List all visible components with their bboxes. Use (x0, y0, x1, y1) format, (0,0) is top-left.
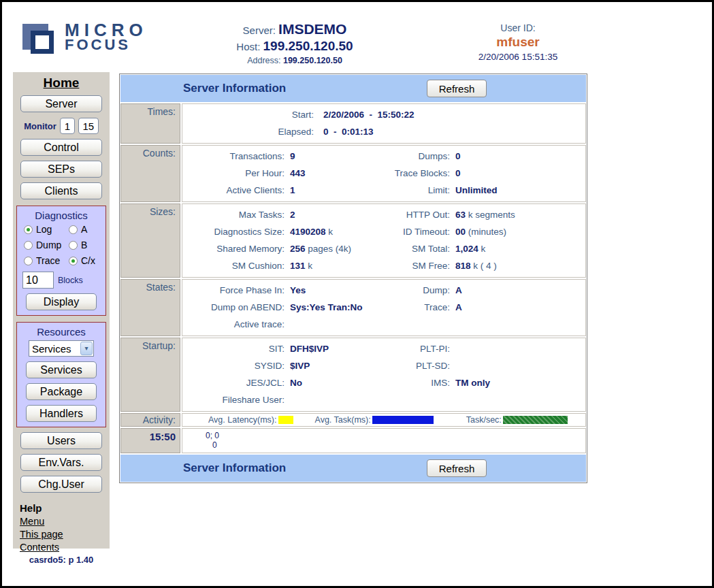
monitor-count-input[interactable] (78, 118, 99, 134)
info-row-content: Start:2/20/2006 - 15:50:22Elapsed:0 - 0:… (182, 103, 586, 144)
info-row: Sizes:Max Tasks:2HTTP Out:63 k segmentsD… (120, 203, 586, 278)
activity-row-label: Activity: (120, 413, 180, 427)
address-label: Address: (247, 56, 280, 65)
info-line: Per Hour:443Trace Blocks:0 (182, 165, 585, 182)
info-rows: Times:Start:2/20/2006 - 15:50:22Elapsed:… (120, 103, 586, 412)
micro-focus-logo-icon (22, 20, 58, 55)
info-row: States:Force Phase In:YesDump:ADump on A… (120, 279, 586, 336)
latency-legend-label: Avg. Latency(ms): (208, 415, 277, 425)
handlers-button[interactable]: Handlers (26, 405, 97, 422)
info-line: Active Clients:1Limit:Unlimited (182, 182, 585, 199)
header-timestamp: 2/20/2006 15:51:35 (443, 52, 593, 62)
info-row-label: Startup: (120, 338, 180, 412)
radio-log[interactable]: Log (24, 224, 69, 235)
blocks-input[interactable] (22, 272, 54, 289)
display-button[interactable]: Display (26, 293, 97, 310)
info-line: Force Phase In:YesDump:A (182, 282, 585, 299)
radio-a-icon[interactable] (69, 225, 78, 234)
blocks-controls: Blocks (22, 272, 103, 289)
info-line: Diagnostics Size:4190208 kID Timeout:00 … (182, 223, 585, 240)
radio-cx[interactable]: C/x (69, 255, 107, 266)
help-block: Help Menu This page Contents (20, 502, 110, 553)
radio-b[interactable]: B (69, 240, 107, 250)
version-text: casrdo5: p 1.40 (13, 555, 110, 565)
task-sec-bar (503, 416, 568, 424)
info-row-content: Transactions:9Dumps:0Per Hour:443Trace B… (182, 145, 586, 202)
server-information-header: Server Information Refresh (120, 75, 586, 102)
clients-button[interactable]: Clients (20, 182, 102, 199)
diagnostics-title: Diagnostics (20, 210, 103, 221)
info-line: Active trace: (182, 316, 585, 333)
help-link-this-page[interactable]: This page (20, 529, 110, 540)
blocks-label: Blocks (58, 276, 83, 285)
envvars-button[interactable]: Env.Vars. (20, 454, 102, 471)
history-time-label: 15:50 (120, 428, 180, 453)
info-line: SM Cushion:131 kSM Free:818 k ( 4 ) (182, 257, 585, 274)
info-line: SYSID:$IVPPLT-SD: (182, 357, 585, 374)
seps-button[interactable]: SEPs (20, 161, 102, 178)
radio-log-icon[interactable] (24, 225, 33, 234)
info-row-label: Times: (120, 103, 180, 144)
server-information-footer: Server Information Refresh (120, 455, 586, 482)
info-line: Max Tasks:2HTTP Out:63 k segments (182, 206, 585, 223)
info-row: Times:Start:2/20/2006 - 15:50:22Elapsed:… (120, 103, 586, 144)
info-row: Startup:SIT:DFH$IVPPLT-PI:SYSID:$IVPPLT-… (120, 338, 586, 412)
info-line: Dump on ABEND:Sys:Yes Tran:NoTrace:A (182, 299, 585, 316)
radio-a[interactable]: A (69, 224, 107, 235)
chguser-button[interactable]: Chg.User (20, 476, 102, 493)
radio-trace[interactable]: Trace (24, 255, 69, 266)
server-name: IMSDEMO (278, 21, 346, 37)
history-line-1: 0; 0 (206, 431, 585, 440)
monitor-controls: Monitor (13, 118, 110, 134)
address-value: 199.250.120.50 (283, 56, 342, 65)
latency-color-swatch (278, 416, 293, 424)
radio-dump-icon[interactable] (24, 241, 33, 250)
home-link[interactable]: Home (13, 76, 110, 91)
info-row-label: Counts: (120, 145, 180, 202)
host-label: Host: (236, 41, 260, 52)
resources-panel: Resources Services ▾ Services Package Ha… (16, 322, 106, 427)
diagnostics-panel: Diagnostics Log A Dump B Trace C/x Block… (16, 206, 106, 316)
help-link-menu[interactable]: Menu (20, 516, 110, 527)
info-row-label: Sizes: (120, 203, 180, 278)
help-label: Help (20, 502, 110, 514)
control-button[interactable]: Control (20, 139, 102, 156)
radio-b-icon[interactable] (69, 241, 78, 250)
resources-select[interactable]: Services ▾ (29, 340, 94, 357)
info-row-content: Max Tasks:2HTTP Out:63 k segmentsDiagnos… (182, 203, 586, 278)
sidebar: Home Server Monitor Control SEPs Clients… (13, 72, 110, 549)
info-line: Elapsed:0 - 0:01:13 (182, 123, 585, 140)
chevron-down-icon[interactable]: ▾ (80, 342, 93, 355)
activity-legend: Avg. Latency(ms): Avg. Task(ms): Task/se… (182, 414, 585, 426)
info-line: Transactions:9Dumps:0 (182, 148, 585, 165)
user-id-value: mfuser (443, 35, 593, 50)
history-values: 0; 0 0 (182, 430, 585, 451)
info-line: Start:2/20/2006 - 15:50:22 (182, 106, 585, 123)
footer-title: Server Information (183, 461, 286, 475)
user-identity: User ID: mfuser 2/20/2006 15:51:35 (443, 22, 593, 62)
radio-trace-icon[interactable] (24, 257, 33, 265)
monitor-interval-input[interactable] (60, 118, 75, 134)
monitor-label: Monitor (24, 121, 56, 131)
info-row-content: Force Phase In:YesDump:ADump on ABEND:Sy… (182, 279, 586, 336)
micro-focus-logo: MICRO FOCUS (22, 20, 148, 55)
task-sec-legend-label: Task/sec: (466, 415, 502, 425)
radio-dump[interactable]: Dump (24, 240, 69, 250)
info-line: SIT:DFH$IVPPLT-PI: (182, 340, 585, 357)
info-row: Counts:Transactions:9Dumps:0Per Hour:443… (120, 145, 586, 202)
help-link-contents[interactable]: Contents (20, 542, 110, 553)
services-button[interactable]: Services (26, 361, 97, 378)
task-ms-legend-label: Avg. Task(ms): (315, 415, 371, 425)
task-ms-bar (372, 416, 434, 424)
footer-refresh-button[interactable]: Refresh (427, 459, 487, 477)
refresh-button[interactable]: Refresh (427, 80, 487, 97)
radio-cx-icon[interactable] (69, 257, 78, 265)
info-line: JES/JCL:NoIMS:TM only (182, 374, 585, 391)
server-identity: Server: IMSDEMO Host: 199.250.120.50 Add… (196, 21, 393, 65)
server-button[interactable]: Server (20, 95, 102, 112)
users-button[interactable]: Users (20, 432, 102, 449)
server-label: Server: (243, 24, 276, 36)
server-information-table: Server Information Refresh Times:Start:2… (119, 74, 587, 483)
package-button[interactable]: Package (26, 383, 97, 400)
info-line: Shared Memory:256 pages (4k)SM Total:1,0… (182, 240, 585, 257)
